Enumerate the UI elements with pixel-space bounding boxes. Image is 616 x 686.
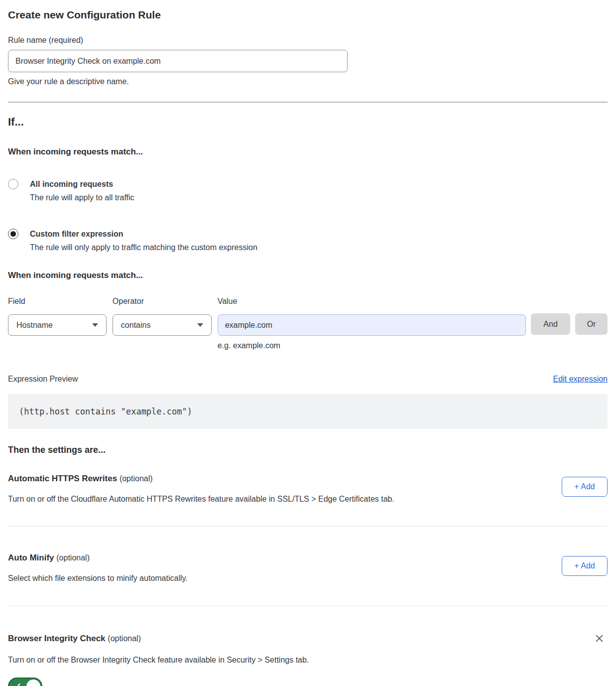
checkmark-icon: ✓ (14, 682, 21, 686)
setting-title: Browser Integrity Check (optional) (8, 634, 141, 644)
setting-optional-label: (optional) (120, 474, 153, 483)
setting-title: Automatic HTTPS Rewrites (optional) (8, 474, 394, 484)
browser-integrity-check-toggle-on[interactable]: ✓ (8, 678, 42, 686)
radio-option-text: All incoming requests The rule will appl… (30, 179, 134, 202)
close-icon (594, 633, 605, 644)
setting-browser-integrity-check: Browser Integrity Check (optional) Turn … (8, 606, 608, 686)
setting-header: Browser Integrity Check (optional) (8, 632, 608, 645)
radio-option-custom-filter-expression[interactable]: Custom filter expression The rule will o… (8, 229, 608, 252)
chevron-down-icon (197, 323, 203, 327)
radio-description: The rule will only apply to traffic matc… (30, 243, 257, 252)
radio-dot (10, 231, 16, 237)
setting-auto-minify: Auto Minify (optional) Select which file… (8, 527, 608, 606)
radio-label: Custom filter expression (30, 229, 257, 239)
expression-preview-code: (http.host contains "example.com") (8, 394, 608, 429)
value-label: Value (218, 297, 526, 306)
or-button[interactable]: Or (575, 313, 608, 335)
radio-option-all-incoming-requests[interactable]: All incoming requests The rule will appl… (8, 179, 608, 202)
setting-name: Browser Integrity Check (8, 634, 106, 643)
radio-unchecked-icon[interactable] (8, 179, 18, 189)
add-automatic-https-rewrites-button[interactable]: + Add (562, 477, 608, 497)
setting-description: Select which file extensions to minify a… (8, 574, 188, 583)
page-title: Create new Configuration Rule (8, 9, 608, 21)
chevron-down-icon (92, 323, 98, 327)
rule-name-input[interactable] (8, 50, 348, 72)
operator-select[interactable]: contains (113, 314, 212, 336)
setting-title: Auto Minify (optional) (8, 553, 188, 563)
setting-name: Auto Minify (8, 553, 54, 562)
setting-optional-label: (optional) (108, 634, 141, 643)
rule-name-help: Give your rule a descriptive name. (8, 77, 608, 86)
setting-description: Turn on or off the Browser Integrity Che… (8, 656, 608, 665)
operator-select-value: contains (121, 321, 151, 330)
radio-label: All incoming requests (30, 179, 134, 189)
section-divider (8, 102, 608, 103)
incoming-requests-match-heading: When incoming requests match... (8, 147, 608, 157)
field-select-value: Hostname (16, 321, 53, 330)
value-column: Value e.g. example.com (218, 297, 526, 350)
create-configuration-rule-form: Create new Configuration Rule Rule name … (0, 0, 616, 686)
radio-description: The rule will apply to all traffic (30, 193, 134, 202)
rule-name-label: Rule name (required) (8, 36, 608, 45)
setting-name: Automatic HTTPS Rewrites (8, 474, 117, 483)
remove-setting-button[interactable] (593, 632, 606, 645)
operator-label: Operator (113, 297, 212, 306)
expression-preview-label: Expression Preview (8, 375, 78, 384)
filter-builder-heading: When incoming requests match... (8, 271, 608, 280)
filter-builder-row: Field Hostname Operator contains Value e… (8, 297, 608, 350)
field-column: Field Hostname (8, 297, 107, 336)
edit-expression-link[interactable]: Edit expression (553, 375, 608, 384)
radio-checked-icon[interactable] (8, 229, 18, 239)
radio-option-text: Custom filter expression The rule will o… (30, 229, 257, 252)
value-help: e.g. example.com (218, 341, 526, 350)
if-heading: If... (8, 116, 608, 129)
field-select[interactable]: Hostname (8, 314, 107, 336)
value-input[interactable] (218, 314, 526, 336)
operator-column: Operator contains (113, 297, 212, 336)
toggle-knob (26, 680, 40, 686)
add-auto-minify-button[interactable]: + Add (562, 556, 608, 576)
expression-preview-header: Expression Preview Edit expression (8, 375, 608, 384)
setting-text: Automatic HTTPS Rewrites (optional) Turn… (8, 474, 394, 504)
then-settings-heading: Then the settings are... (8, 445, 608, 455)
setting-text: Auto Minify (optional) Select which file… (8, 553, 188, 583)
and-button[interactable]: And (531, 313, 570, 335)
field-label: Field (8, 297, 107, 306)
setting-automatic-https-rewrites: Automatic HTTPS Rewrites (optional) Turn… (8, 455, 608, 527)
setting-optional-label: (optional) (56, 553, 90, 562)
setting-description: Turn on or off the Cloudflare Automatic … (8, 495, 394, 504)
